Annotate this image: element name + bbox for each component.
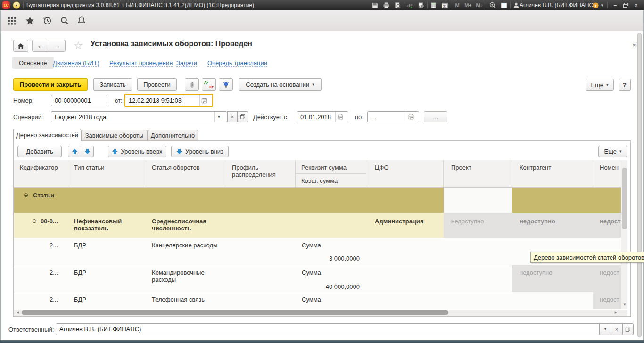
column-header-article[interactable]: Статья оборотов (146, 160, 226, 188)
scroll-left-icon[interactable]: ◄ (16, 311, 20, 315)
attachments-button[interactable] (185, 78, 199, 91)
table-row-item[interactable]: 2... БДР Канцелярские расходы Сумма 3 00… (14, 238, 621, 265)
tab-dependency-tree[interactable]: Дерево зависимостей (13, 129, 81, 141)
form-vertical-scrollbar[interactable] (637, 33, 642, 337)
link-translation-queue[interactable]: Очередь трансляции (207, 59, 267, 67)
hint-button[interactable] (219, 78, 233, 91)
split-window-icon[interactable] (500, 1, 508, 9)
valid-to-input[interactable]: . . (367, 111, 419, 122)
cell-article: Телефонная связь (152, 296, 226, 303)
add-button[interactable]: Добавить (17, 146, 62, 157)
date-input[interactable]: 12.02.2018 9:51:03 (124, 94, 213, 107)
level-down-button[interactable]: Уровень вниз (171, 146, 229, 157)
favorites-star-icon[interactable] (25, 16, 35, 26)
cell-nomenclature-na: недост (593, 213, 621, 238)
tab-main[interactable]: Основное (12, 57, 54, 69)
column-header-cfo[interactable]: ЦФО (366, 160, 444, 188)
table-row-item[interactable]: недост 2... БДР Телефонная связь Сумма (14, 292, 621, 309)
table-horizontal-scrollbar[interactable]: ◄ ► (14, 310, 627, 316)
scenario-combo[interactable]: Бюджет 2018 года ▾ (51, 111, 227, 122)
column-header-profile[interactable]: Профиль распределения (226, 160, 296, 188)
notifications-bell-icon[interactable] (76, 16, 87, 26)
calendar-icon[interactable]: 31 (440, 1, 449, 9)
help-button[interactable]: ? (619, 79, 631, 91)
divider (510, 2, 511, 8)
post-button[interactable]: Провести (137, 78, 177, 91)
column-header-attr-sum[interactable]: Реквизит сумма (296, 160, 366, 174)
table-row-item[interactable]: недоступно недост 2... БДР Командировочн… (14, 265, 621, 292)
calculator-icon[interactable] (429, 1, 438, 9)
more-button-table[interactable]: Еще▾ (598, 146, 627, 157)
favorite-star-icon[interactable]: ☆ (74, 40, 83, 52)
tab-additional[interactable]: Дополнительно (148, 130, 198, 140)
responsible-combo[interactable]: Агличев В.В. (БИТ.ФИНАНС) (56, 323, 600, 335)
tab-dependent-turnovers[interactable]: Зависимые обороты (81, 130, 148, 140)
scenario-dropdown-icon[interactable]: ▾ (214, 112, 223, 122)
info-icon[interactable]: i (591, 1, 600, 9)
move-up-button[interactable] (68, 146, 81, 157)
column-header-article-type[interactable]: Тип статьи (68, 160, 146, 188)
memory-m-minus-button[interactable]: M- (474, 1, 484, 9)
table-row-subgroup[interactable]: недоступно недоступно недост ⊖ 00-0... Н… (14, 213, 621, 238)
print-preview-icon[interactable] (393, 1, 402, 9)
restore-button[interactable] (621, 1, 630, 9)
back-button[interactable]: ← (32, 40, 49, 52)
go-to-link-icon[interactable] (417, 1, 425, 9)
expander-icon[interactable]: ⊖ (32, 218, 37, 225)
more-button-top[interactable]: Еще▾ (586, 79, 614, 91)
chevron-down-icon: ▾ (619, 149, 622, 154)
scrollbar-thumb[interactable] (22, 310, 448, 315)
column-header-nomenclature[interactable]: Номен (593, 160, 621, 188)
column-header-contractor[interactable]: Контрагент (512, 160, 593, 188)
print-icon[interactable] (382, 1, 390, 9)
link-posting-result[interactable]: Результат проведения (109, 59, 173, 67)
scenario-open-button[interactable] (238, 111, 248, 122)
system-menu-button[interactable]: ▾ (13, 1, 20, 9)
memory-m-plus-button[interactable]: M+ (463, 1, 473, 9)
responsible-clear-button[interactable]: × (611, 323, 622, 335)
valid-to-calendar-icon[interactable] (406, 112, 415, 122)
history-icon[interactable] (42, 16, 52, 26)
memory-m-button[interactable]: M (453, 1, 462, 9)
cell-attr-sum: Сумма (302, 269, 321, 276)
main-menu-grid-icon[interactable] (7, 16, 17, 26)
valid-from-calendar-icon[interactable] (335, 112, 345, 122)
ellipsis-button[interactable]: ... (424, 111, 447, 122)
link-movements[interactable]: Движения (БИТ) (53, 59, 99, 67)
expander-icon[interactable]: ⊖ (24, 192, 28, 199)
write-button[interactable]: Записать (93, 78, 132, 91)
level-up-button[interactable]: Уровень вверх (108, 146, 166, 157)
window-border-bottom (0, 340, 644, 343)
scroll-right-icon[interactable]: ► (614, 311, 618, 315)
link-tasks[interactable]: Задачи (176, 59, 197, 67)
responsible-open-button[interactable] (622, 323, 634, 335)
minimize-button[interactable]: – (611, 1, 619, 9)
post-and-close-button[interactable]: Провести и закрыть (13, 78, 88, 91)
column-header-project[interactable]: Проект (444, 160, 512, 188)
cell-attr-sum: Сумма (302, 296, 321, 303)
valid-from-input[interactable]: 01.01.2018 (297, 111, 348, 122)
get-link-icon[interactable] (405, 1, 414, 9)
scroll-down-icon[interactable]: ▼ (623, 303, 627, 307)
cell-article-type: БДР (74, 242, 86, 249)
home-button[interactable] (13, 40, 28, 52)
move-down-button[interactable] (81, 146, 94, 157)
table-row-group[interactable]: ⊖ Статьи (14, 188, 621, 213)
forward-button[interactable]: → (49, 40, 66, 52)
table-vertical-scrollbar[interactable]: ▼ (621, 160, 627, 309)
column-header-coef-sum[interactable]: Коэф. сумма (296, 174, 366, 188)
close-window-button[interactable]: × (632, 1, 640, 9)
scrollbar-thumb[interactable] (622, 168, 627, 229)
info-caret-icon[interactable]: ▾ (600, 1, 604, 9)
create-on-basis-button[interactable]: Создать на основании▾ (239, 78, 322, 91)
search-icon[interactable] (59, 16, 70, 26)
save-icon[interactable] (371, 1, 379, 9)
number-input[interactable]: 00-00000001 (51, 95, 107, 106)
scenario-clear-button[interactable]: × (227, 111, 238, 122)
date-picker-calendar-icon[interactable] (199, 95, 209, 106)
dt-kt-postings-button[interactable]: ДтКт (202, 78, 216, 91)
responsible-dropdown-button[interactable]: ▾ (600, 323, 611, 335)
column-header-codifier[interactable]: Кодификатор (14, 160, 68, 188)
zoom-icon[interactable] (488, 1, 497, 9)
current-user[interactable]: Агличев В.В. (БИТ.ФИНАНС) (520, 2, 595, 8)
